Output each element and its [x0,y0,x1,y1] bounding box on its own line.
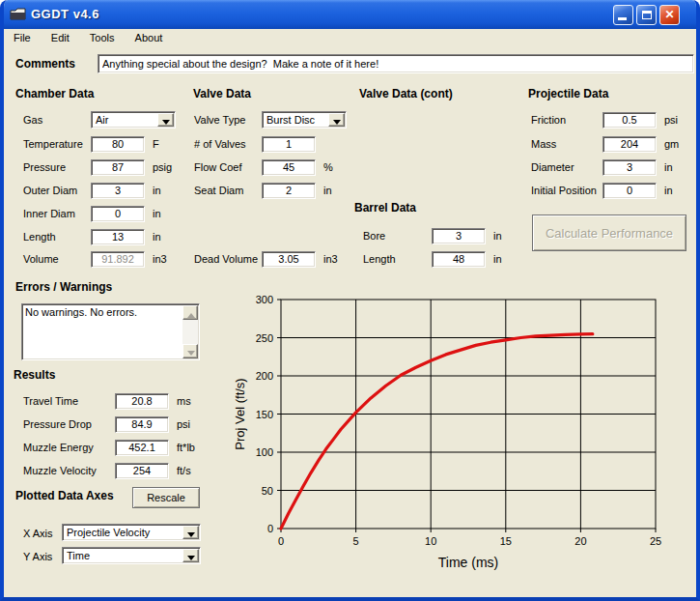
travel-time-label: Travel Time [23,395,115,407]
outer-diam-input[interactable] [91,183,145,199]
temperature-input[interactable] [91,136,145,153]
inner-diam-input[interactable] [91,206,145,222]
valve-type-label: Valve Type [194,114,262,126]
initial-position-input[interactable] [602,183,657,199]
menu-file[interactable]: File [6,29,39,48]
minimize-button[interactable] [613,5,633,25]
diameter-label: Diameter [531,161,602,173]
temperature-unit: F [153,138,159,150]
num-valves-label: # of Valves [194,138,262,150]
rescale-button[interactable]: Rescale [132,487,200,508]
x-tick-label: 10 [425,535,436,547]
minimize-icon [618,17,627,20]
muzzle-energy-unit: ft*lb [177,442,195,453]
x-axis-dropdown-button[interactable] [182,526,199,539]
chevron-down-icon [333,120,341,129]
valve-type-dropdown-button[interactable] [328,113,345,127]
close-button[interactable]: ✕ [659,5,680,25]
bore-unit: in [493,230,502,242]
errors-scrollbar[interactable] [182,305,198,358]
comments-label: Comments [15,57,75,71]
y-tick-label: 200 [256,370,273,382]
mass-label: Mass [531,138,602,150]
chamber-length-label: Length [23,231,91,243]
chevron-down-icon [187,532,195,541]
barrel-length-input[interactable] [432,251,486,268]
y-axis-label: Y Axis [23,551,52,562]
y-tick-label: 100 [256,446,273,458]
dead-volume-label: Dead Volume [194,253,262,265]
barrel-length-label: Length [363,253,432,265]
friction-label: Friction [531,114,602,126]
travel-time-readout [115,393,169,410]
performance-chart: 0510152025050100150200250300Time (ms)Pro… [233,286,700,580]
x-axis-value: Projectile Velocity [67,527,150,538]
seat-diam-input[interactable] [262,183,316,199]
plotted-axes-heading: Plotted Data Axes [15,489,114,502]
close-icon: ✕ [660,8,679,21]
travel-time-unit: ms [177,395,191,407]
maximize-button[interactable] [636,5,657,25]
friction-unit: psi [664,114,678,126]
seat-diam-label: Seat Diam [194,185,262,196]
window-title: GGDT v4.6 [31,7,99,21]
app-window: GGDT v4.6 ✕ File Edit Tools About Commen… [0,0,700,601]
flow-coef-input[interactable] [262,159,316,176]
chevron-down-icon [162,120,170,129]
projectile-heading: Projectile Data [528,87,608,100]
dead-volume-unit: in3 [323,253,338,265]
results-heading: Results [14,368,55,382]
y-tick-label: 300 [256,294,273,305]
menu-edit[interactable]: Edit [43,29,77,48]
bore-input[interactable] [432,228,486,244]
valve-type-combobox[interactable]: Burst Disc [262,111,347,129]
mass-input[interactable] [602,136,657,153]
y-axis-combobox[interactable]: Time [62,547,201,564]
friction-input[interactable] [602,112,657,129]
muzzle-energy-readout [115,440,169,456]
barrel-length-unit: in [493,253,502,265]
valve-cont-heading: Valve Data (cont) [359,87,453,100]
num-valves-input[interactable] [262,136,316,153]
arrow-down-icon [187,351,195,359]
menu-about[interactable]: About [127,29,171,48]
outer-diam-unit: in [153,185,161,196]
pressure-input[interactable] [91,159,145,176]
gas-combobox[interactable]: Air [91,111,176,129]
y-tick-label: 50 [262,485,273,497]
x-axis-title: Time (ms) [438,555,498,570]
initial-position-label: Initial Position [531,185,602,196]
volume-label: Volume [23,253,91,265]
x-tick-label: 25 [650,535,661,547]
outer-diam-label: Outer Diam [23,185,91,196]
mass-unit: gm [664,138,679,150]
titlebar: GGDT v4.6 ✕ [0,0,700,29]
seat-diam-unit: in [323,185,332,196]
scroll-up-button[interactable] [182,305,198,320]
chamber-length-unit: in [153,231,161,243]
menu-tools[interactable]: Tools [82,29,123,48]
app-icon [10,7,26,21]
volume-unit: in3 [153,253,167,265]
muzzle-velocity-label: Muzzle Velocity [23,465,115,476]
y-axis-title: Proj Vel (ft/s) [233,378,247,449]
x-tick-label: 5 [353,535,359,547]
errors-textarea[interactable]: No warnings. No errors. [21,303,200,360]
diameter-input[interactable] [602,159,657,176]
x-axis-combobox[interactable]: Projectile Velocity [62,524,201,541]
x-tick-label: 0 [278,535,284,547]
y-axis-value: Time [67,550,90,561]
dead-volume-input[interactable] [262,251,316,268]
chamber-length-input[interactable] [91,229,145,245]
gas-dropdown-button[interactable] [157,113,174,127]
scroll-down-button[interactable] [182,344,198,358]
comments-input[interactable] [98,54,694,73]
calculate-performance-button[interactable]: Calculate Performance [532,215,686,251]
pressure-drop-readout [115,416,169,433]
gas-value: Air [96,114,108,126]
chamber-heading: Chamber Data [15,87,94,100]
valve-type-value: Burst Disc [266,114,315,126]
muzzle-energy-label: Muzzle Energy [23,442,115,453]
y-axis-dropdown-button[interactable] [182,549,199,562]
errors-heading: Errors / Warnings [15,280,112,294]
